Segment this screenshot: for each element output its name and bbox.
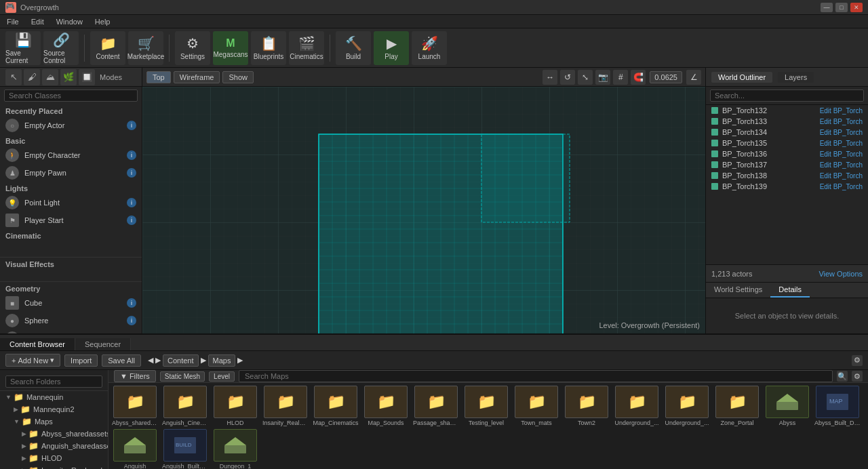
viewport-wireframe-button[interactable]: Wireframe bbox=[174, 71, 220, 83]
torch138-type[interactable]: Edit BP_Torch bbox=[820, 172, 863, 180]
point-light-info[interactable]: i bbox=[127, 198, 136, 207]
content-options-button[interactable]: ⚙ bbox=[852, 355, 863, 366]
outliner-item-torch136[interactable]: BP_Torch136 Edit BP_Torch bbox=[706, 148, 868, 159]
breadcrumb-content[interactable]: Content bbox=[163, 354, 199, 367]
outliner-item-torch133[interactable]: BP_Torch133 Edit BP_Torch bbox=[706, 116, 868, 127]
viewport-top-button[interactable]: Top bbox=[146, 71, 171, 83]
content-item-insanity-folder[interactable]: 📁 Insanity_Realm_... bbox=[262, 386, 309, 426]
viewport-content[interactable]: 100m X Y Level: Overgrowth (Persistent) bbox=[142, 87, 705, 333]
save-current-button[interactable]: 💾 Save Current bbox=[5, 31, 41, 65]
folder-hlod[interactable]: ▶ 📁 HLOD bbox=[0, 452, 108, 464]
folder-maps[interactable]: ▼ 📁 Maps bbox=[0, 415, 108, 428]
breadcrumb-forward[interactable]: ▶ bbox=[155, 356, 161, 365]
content-item-abyss-built-asset[interactable]: MAP Abyss_Built_Data bbox=[814, 386, 861, 426]
outliner-item-torch138[interactable]: BP_Torch138 Edit BP_Torch bbox=[706, 170, 868, 181]
content-button[interactable]: 📁 Content bbox=[90, 31, 125, 65]
maximize-button[interactable]: □ bbox=[835, 3, 848, 12]
minimize-button[interactable]: — bbox=[821, 3, 833, 12]
snap-value[interactable]: 0.0625 bbox=[650, 71, 682, 83]
modes-icon-terrain[interactable]: ⛰ bbox=[42, 69, 58, 85]
play-button[interactable]: ▶ Play bbox=[374, 31, 409, 65]
player-start-info[interactable]: i bbox=[127, 216, 136, 225]
actor-empty-character[interactable]: 🚶 Empty Character i bbox=[0, 146, 142, 164]
layers-tab[interactable]: Layers bbox=[778, 72, 814, 83]
settings-button[interactable]: ⚙ Settings bbox=[175, 31, 210, 65]
menu-file[interactable]: File bbox=[4, 18, 22, 26]
actor-player-start[interactable]: ⚑ Player Start i bbox=[0, 211, 142, 229]
outliner-search-input[interactable] bbox=[710, 89, 864, 102]
actor-empty-actor[interactable]: ○ Empty Actor i bbox=[0, 117, 142, 134]
details-tab[interactable]: Details bbox=[770, 283, 810, 298]
view-options-button[interactable]: View Options bbox=[818, 270, 863, 278]
content-item-passage-folder[interactable]: 📁 Passage_shader... bbox=[412, 386, 460, 426]
viewport[interactable]: Top Wireframe Show ↔ ↺ ⤡ 📷 # 🧲 0.0625 ∠ bbox=[142, 68, 705, 333]
torch132-type[interactable]: Edit BP_Torch bbox=[820, 107, 863, 115]
folder-anguish-sharedassets[interactable]: ▶ 📁 Anguish_sharedassets bbox=[0, 440, 108, 452]
content-item-map-sounds-folder[interactable]: 📁 Map_Sounds bbox=[362, 386, 410, 426]
snap-icon[interactable]: 🧲 bbox=[631, 70, 646, 85]
blueprints-button[interactable]: 📋 Blueprints bbox=[251, 31, 286, 65]
outliner-item-torch132[interactable]: BP_Torch132 Edit BP_Torch bbox=[706, 105, 868, 116]
grid-icon[interactable]: # bbox=[613, 70, 628, 85]
actor-cylinder[interactable]: ⬡ Cylinder i bbox=[0, 329, 142, 333]
rotate-icon[interactable]: ↺ bbox=[560, 70, 575, 85]
empty-character-info[interactable]: i bbox=[127, 150, 136, 160]
modes-icon-paint[interactable]: 🖌 bbox=[24, 69, 40, 85]
build-button[interactable]: 🔨 Build bbox=[336, 31, 371, 65]
source-control-button[interactable]: 🔗 Source Control bbox=[43, 31, 79, 65]
save-all-button[interactable]: Save All bbox=[102, 354, 141, 367]
content-item-town2-folder[interactable]: 📁 Town2 bbox=[563, 386, 610, 426]
actor-sphere[interactable]: ● Sphere i bbox=[0, 312, 142, 329]
add-new-button[interactable]: + Add New ▾ bbox=[5, 354, 60, 367]
content-item-hlod-folder[interactable]: 📁 HLOD bbox=[212, 386, 259, 426]
content-item-anguish-built-asset[interactable]: BUILD Anguish_Built_Data bbox=[161, 429, 209, 469]
search-classes-input[interactable] bbox=[4, 89, 138, 102]
torch136-type[interactable]: Edit BP_Torch bbox=[820, 150, 863, 158]
modes-icon-select[interactable]: ↖ bbox=[5, 69, 22, 85]
camera-icon[interactable]: 📷 bbox=[595, 70, 610, 85]
torch139-type[interactable]: Edit BP_Torch bbox=[820, 183, 863, 190]
content-item-testing-folder[interactable]: 📁 Testing_level bbox=[462, 386, 510, 426]
world-outliner-tab[interactable]: World Outliner bbox=[711, 72, 772, 83]
content-item-abyss-asset[interactable]: Abyss bbox=[764, 386, 811, 426]
torch134-type[interactable]: Edit BP_Torch bbox=[820, 129, 863, 136]
static-mesh-filter-badge[interactable]: Static Mesh bbox=[160, 371, 205, 382]
sphere-info[interactable]: i bbox=[127, 316, 136, 325]
outliner-item-torch139[interactable]: BP_Torch139 Edit BP_Torch bbox=[706, 181, 868, 192]
filters-button[interactable]: ▼ Filters bbox=[114, 370, 156, 382]
viewport-show-button[interactable]: Show bbox=[222, 71, 254, 83]
marketplace-button[interactable]: 🛒 Marketplace bbox=[128, 31, 163, 65]
outliner-item-torch135[interactable]: BP_Torch135 Edit BP_Torch bbox=[706, 138, 868, 148]
folder-abyss-sharedassets[interactable]: ▶ 📁 Abyss_sharedassets bbox=[0, 428, 108, 440]
empty-pawn-info[interactable]: i bbox=[127, 168, 136, 178]
outliner-item-torch134[interactable]: BP_Torch134 Edit BP_Torch bbox=[706, 127, 868, 138]
world-settings-tab[interactable]: World Settings bbox=[706, 283, 770, 298]
empty-actor-info[interactable]: i bbox=[127, 121, 136, 130]
content-search-input[interactable] bbox=[239, 370, 833, 382]
content-item-zone-portal-folder[interactable]: 📁 Zone_Portal bbox=[713, 386, 761, 426]
folder-mannequin2[interactable]: ▶ 📁 Mannequin2 bbox=[0, 403, 108, 415]
content-item-underground1-folder[interactable]: 📁 Underground_... bbox=[613, 386, 660, 426]
content-item-town-mats-folder[interactable]: 📁 Town_mats bbox=[513, 386, 560, 426]
close-button[interactable]: ✕ bbox=[850, 3, 863, 12]
cube-info[interactable]: i bbox=[127, 298, 136, 308]
megascans-button[interactable]: M Megascans bbox=[213, 31, 248, 65]
folder-mannequin[interactable]: ▼ 📁 Mannequin bbox=[0, 391, 108, 403]
launch-button[interactable]: 🚀 Launch bbox=[412, 31, 447, 65]
content-search-icon[interactable]: 🔍 bbox=[837, 371, 848, 382]
cinematics-button[interactable]: 🎬 Cinematics bbox=[289, 31, 324, 65]
torch137-type[interactable]: Edit BP_Torch bbox=[820, 161, 863, 169]
search-folders-input[interactable] bbox=[5, 375, 102, 388]
scale-icon[interactable]: ⤡ bbox=[578, 70, 593, 85]
snap-angle-icon[interactable]: ∠ bbox=[686, 70, 701, 85]
translate-icon[interactable]: ↔ bbox=[542, 70, 557, 85]
actor-empty-pawn[interactable]: ♟ Empty Pawn i bbox=[0, 164, 142, 182]
breadcrumb-maps[interactable]: Maps bbox=[208, 354, 236, 367]
content-item-anguish-folder[interactable]: 📁 Anguish_Cinema... bbox=[161, 386, 209, 426]
level-filter-badge[interactable]: Level bbox=[209, 371, 235, 382]
outliner-item-torch137[interactable]: BP_Torch137 Edit BP_Torch bbox=[706, 159, 868, 170]
modes-icon-foliage[interactable]: 🌿 bbox=[60, 69, 77, 85]
actor-cube[interactable]: ■ Cube i bbox=[0, 294, 142, 312]
folder-insanity[interactable]: ▶ 📁 Insanity_Realm_sharedassets bbox=[0, 464, 108, 469]
modes-icon-mesh[interactable]: 🔲 bbox=[79, 69, 95, 85]
